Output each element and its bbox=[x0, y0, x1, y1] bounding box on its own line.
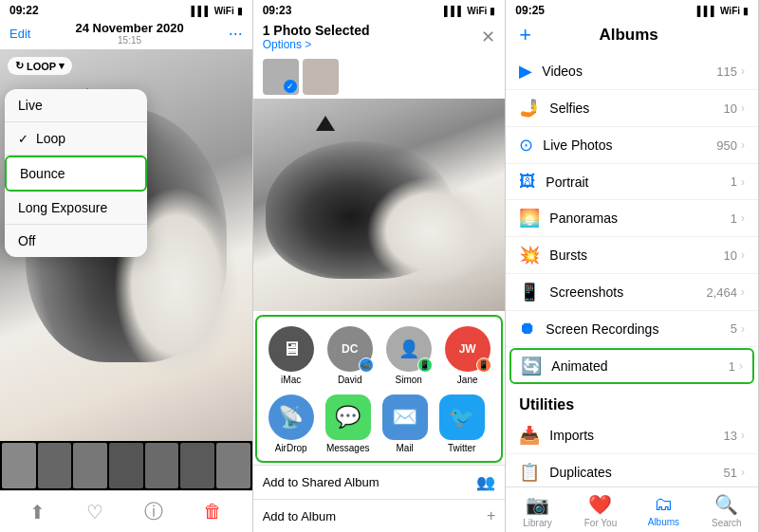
animated-chevron-icon: › bbox=[739, 359, 743, 373]
status-icons-2: ▌▌▌ WiFi ▮ bbox=[444, 6, 495, 16]
imports-count: 13 bbox=[724, 429, 737, 443]
app-twitter[interactable]: 🐦 Twitter bbox=[437, 394, 487, 453]
album-videos[interactable]: ▶ Videos 115 › bbox=[506, 53, 758, 90]
menu-item-live[interactable]: Live bbox=[5, 89, 147, 122]
menu-item-long-exposure[interactable]: Long Exposure bbox=[5, 192, 147, 225]
panel-3: 09:25 ▌▌▌ WiFi ▮ + Albums ▶ Videos 115 ›… bbox=[506, 0, 759, 532]
album-bursts[interactable]: 💥 Bursts 10 › bbox=[506, 237, 758, 274]
screenshots-icon: 📱 bbox=[519, 282, 540, 303]
thumb-1[interactable] bbox=[2, 443, 36, 488]
share-apps-row: 📡 AirDrop 💬 Messages ✉️ Mail 🐦 Twitter bbox=[257, 389, 502, 461]
bursts-icon: 💥 bbox=[519, 245, 540, 266]
nav-search[interactable]: 🔍 Search bbox=[695, 493, 758, 528]
for-you-label: For You bbox=[584, 518, 617, 528]
p2-close-button[interactable]: ✕ bbox=[481, 27, 495, 47]
panel-2: 09:23 ▌▌▌ WiFi ▮ 1 Photo Selected Option… bbox=[253, 0, 507, 532]
info-button[interactable]: ⓘ bbox=[144, 499, 163, 524]
album-imports[interactable]: 📥 Imports 13 › bbox=[506, 417, 758, 454]
status-bar-3: 09:25 ▌▌▌ WiFi ▮ bbox=[506, 0, 758, 19]
jane-label: Jane bbox=[457, 375, 478, 385]
p2-options-button[interactable]: Options > bbox=[263, 38, 312, 51]
add-to-album[interactable]: Add to Album + bbox=[253, 499, 506, 532]
thumb-7[interactable] bbox=[216, 443, 250, 488]
cat-white-fur-2 bbox=[361, 173, 500, 289]
edit-button[interactable]: Edit bbox=[9, 27, 30, 41]
nav-for-you[interactable]: ❤️ For You bbox=[569, 493, 632, 528]
jane-badge: 📱 bbox=[476, 358, 491, 373]
albums-nav-label: Albums bbox=[648, 517, 679, 527]
portrait-count: 1 bbox=[731, 174, 737, 189]
album-live-photos[interactable]: ⊙ Live Photos 950 › bbox=[506, 127, 758, 164]
album-portrait[interactable]: 🖼 Portrait 1 › bbox=[506, 164, 758, 200]
selfies-icon: 🤳 bbox=[519, 98, 540, 119]
heart-button[interactable]: ♡ bbox=[86, 501, 103, 523]
screen-recordings-icon: ⏺ bbox=[519, 319, 536, 339]
album-duplicates[interactable]: 📋 Duplicates 51 › bbox=[506, 454, 758, 486]
contact-jane[interactable]: JW 📱 Jane bbox=[443, 326, 492, 385]
panel-1: 09:22 ▌▌▌ WiFi ▮ Edit 24 November 2020 1… bbox=[0, 0, 253, 532]
menu-item-bounce[interactable]: Bounce bbox=[5, 156, 147, 192]
contact-david[interactable]: DC 📹 David bbox=[325, 326, 375, 385]
time-2: 09:23 bbox=[263, 4, 292, 17]
animated-icon: 🔄 bbox=[521, 356, 542, 376]
simon-initials: 👤 bbox=[398, 339, 419, 359]
header-time: 15:15 bbox=[75, 35, 183, 46]
bursts-count: 10 bbox=[724, 248, 737, 263]
nav-library[interactable]: 📷 Library bbox=[506, 493, 568, 528]
search-icon: 🔍 bbox=[714, 493, 738, 516]
add-album-button[interactable]: + bbox=[519, 23, 531, 47]
app-airdrop[interactable]: 📡 AirDrop bbox=[267, 394, 316, 453]
nav-albums[interactable]: 🗂 Albums bbox=[632, 493, 694, 528]
album-screenshots[interactable]: 📱 Screenshots 2,464 › bbox=[506, 274, 758, 311]
p2-small-thumb-2[interactable] bbox=[303, 59, 339, 95]
add-album-label: Add to Album bbox=[263, 509, 336, 523]
simon-label: Simon bbox=[395, 375, 421, 385]
wifi-icon-3: WiFi bbox=[720, 6, 740, 16]
menu-item-off[interactable]: Off bbox=[5, 225, 147, 257]
app-messages[interactable]: 💬 Messages bbox=[324, 394, 373, 453]
screenshots-label: Screenshots bbox=[549, 284, 706, 300]
loop-header[interactable]: ↻ LOOP ▾ bbox=[8, 57, 72, 75]
screen-recordings-chevron-icon: › bbox=[741, 322, 745, 336]
app-mail[interactable]: ✉️ Mail bbox=[380, 394, 430, 453]
status-bar-2: 09:23 ▌▌▌ WiFi ▮ bbox=[253, 0, 506, 19]
live-photos-count: 950 bbox=[716, 138, 737, 153]
more-button[interactable]: ··· bbox=[229, 24, 243, 44]
p1-header: Edit 24 November 2020 15:15 ··· bbox=[0, 19, 252, 49]
signal-icon-2: ▌▌▌ bbox=[444, 6, 464, 16]
david-label: David bbox=[338, 375, 362, 385]
album-panoramas[interactable]: 🌅 Panoramas 1 › bbox=[506, 200, 758, 237]
checkmark-1: ✓ bbox=[284, 80, 297, 93]
contact-simon[interactable]: 👤 📱 Simon bbox=[384, 326, 434, 385]
p2-small-thumb-1[interactable]: ✓ bbox=[263, 59, 299, 95]
add-to-shared-album[interactable]: Add to Shared Album 👥 bbox=[253, 465, 506, 499]
share-button[interactable]: ⬆ bbox=[29, 501, 46, 523]
albums-title: Albums bbox=[531, 26, 726, 45]
simon-avatar: 👤 📱 bbox=[386, 326, 432, 372]
portrait-icon: 🖼 bbox=[519, 172, 536, 192]
screenshots-chevron-icon: › bbox=[741, 285, 745, 299]
add-album-icon: + bbox=[487, 507, 495, 524]
albums-icon: 🗂 bbox=[654, 493, 673, 515]
thumb-5[interactable] bbox=[145, 443, 179, 488]
thumb-6[interactable] bbox=[180, 443, 214, 488]
off-label: Off bbox=[18, 233, 35, 248]
contact-imac[interactable]: 🖥 iMac bbox=[267, 326, 316, 385]
videos-icon: ▶ bbox=[519, 61, 532, 82]
messages-icon: 💬 bbox=[325, 394, 371, 440]
album-screen-recordings[interactable]: ⏺ Screen Recordings 5 › bbox=[506, 311, 758, 347]
album-animated[interactable]: 🔄 Animated 1 › bbox=[509, 348, 754, 384]
trash-button[interactable]: 🗑 bbox=[203, 501, 222, 523]
thumb-4[interactable] bbox=[109, 443, 143, 488]
loop-chevron-icon: ▾ bbox=[59, 60, 65, 72]
mail-icon: ✉️ bbox=[382, 394, 428, 440]
thumb-2[interactable] bbox=[38, 443, 72, 488]
album-selfies[interactable]: 🤳 Selfies 10 › bbox=[506, 90, 758, 127]
duplicates-chevron-icon: › bbox=[741, 466, 745, 479]
time-1: 09:22 bbox=[9, 4, 39, 17]
messages-label: Messages bbox=[326, 443, 370, 453]
jane-avatar: JW 📱 bbox=[445, 326, 491, 372]
menu-item-loop[interactable]: Loop bbox=[5, 122, 147, 156]
thumb-3[interactable] bbox=[73, 443, 107, 488]
signal-icon-1: ▌▌▌ bbox=[191, 6, 211, 16]
